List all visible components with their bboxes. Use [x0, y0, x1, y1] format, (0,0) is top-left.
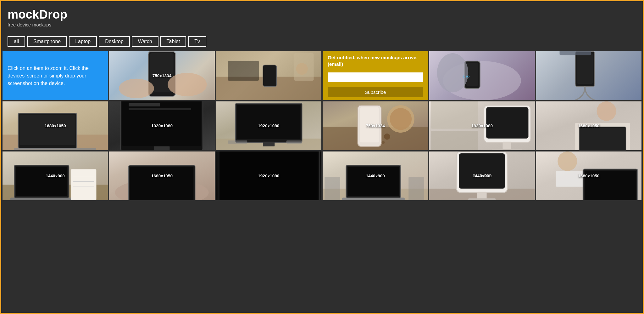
list-item[interactable]: 1920x1080 — [109, 101, 214, 150]
subscribe-button[interactable]: Subscribe — [328, 87, 423, 97]
list-item[interactable]: 1680x1050 — [109, 151, 214, 200]
header: mockDrop free device mockups — [1, 1, 643, 31]
filter-bar: all Smartphone Laptop Desktop Watch Tabl… — [1, 31, 643, 51]
svg-rect-53 — [16, 167, 67, 196]
email-input[interactable] — [328, 72, 423, 82]
svg-rect-20 — [14, 148, 96, 150]
svg-rect-44 — [503, 142, 511, 150]
svg-point-7 — [296, 63, 308, 75]
list-item[interactable]: 1680x1050 — [536, 101, 641, 150]
svg-rect-69 — [347, 167, 399, 196]
resolution-label: 750x1334 — [366, 123, 385, 128]
list-item[interactable] — [536, 51, 641, 100]
grid-row-2: 1680x1050 1920x1080 — [3, 101, 641, 150]
subscribe-box: Get notified, when new mockups arrive. (… — [323, 51, 428, 100]
svg-point-2 — [168, 73, 207, 96]
info-box: Click on an item to zoom it. Click the d… — [3, 51, 108, 100]
resolution-label: 1680x1050 — [578, 123, 599, 128]
filter-smartphone[interactable]: Smartphone — [27, 36, 67, 47]
svg-point-35 — [390, 108, 412, 130]
svg-point-46 — [597, 101, 616, 121]
filter-watch[interactable]: Watch — [132, 36, 158, 47]
resolution-label: 1680x1050 — [45, 123, 66, 128]
svg-rect-25 — [129, 103, 160, 106]
list-item[interactable]: 1920x1080 — [216, 101, 321, 150]
svg-rect-16 — [559, 51, 591, 55]
resolution-label: 1920x1080 — [258, 174, 279, 178]
site-title: mockDrop — [8, 8, 636, 21]
svg-rect-45 — [492, 149, 522, 150]
svg-rect-55 — [71, 169, 96, 200]
info-text: Click on an item to zoom it. Click the d… — [8, 65, 103, 87]
resolution-label: 1440x900 — [46, 174, 64, 178]
grid-row-1: Click on an item to zoom it. Click the d… — [3, 51, 641, 100]
filter-laptop[interactable]: Laptop — [69, 36, 97, 47]
resolution-label: 1920x1080 — [151, 123, 173, 128]
subscribe-heading: Get notified, when new mockups arrive. (… — [328, 54, 423, 68]
svg-rect-29 — [237, 105, 300, 139]
list-item[interactable]: 750x1334 — [323, 101, 428, 150]
svg-rect-75 — [459, 153, 505, 189]
svg-point-38 — [384, 134, 390, 140]
svg-rect-49 — [580, 128, 625, 150]
resolution-label: 1680x1050 — [151, 174, 173, 178]
svg-rect-43 — [486, 107, 529, 139]
svg-rect-71 — [325, 177, 340, 200]
svg-rect-5 — [263, 65, 276, 86]
svg-rect-30 — [263, 142, 275, 146]
svg-text:D3O: D3O — [463, 75, 470, 78]
svg-point-3 — [119, 79, 154, 98]
list-item[interactable]: 1440x900 — [323, 151, 428, 200]
svg-rect-72 — [408, 177, 424, 200]
svg-rect-19 — [20, 115, 75, 145]
svg-rect-26 — [129, 108, 191, 110]
resolution-label: 750x1334 — [153, 73, 171, 78]
list-item[interactable]: 1680x1050 — [3, 101, 108, 150]
svg-rect-23 — [154, 146, 170, 150]
svg-rect-54 — [10, 197, 73, 200]
filter-desktop[interactable]: Desktop — [99, 36, 130, 47]
svg-point-12 — [437, 53, 468, 92]
grid-row-3: 1440x900 1680x1050 — [3, 151, 641, 200]
svg-rect-61 — [130, 167, 193, 200]
site-subtitle: free device mockups — [8, 22, 636, 27]
list-item[interactable]: 750x1334 — [109, 51, 214, 100]
list-item[interactable] — [216, 51, 321, 100]
svg-rect-32 — [228, 140, 247, 144]
resolution-label: 1920x1080 — [471, 123, 493, 128]
resolution-label: 1440x900 — [473, 174, 491, 178]
resolution-label: 1680x1050 — [578, 174, 599, 178]
svg-rect-77 — [469, 198, 496, 200]
svg-rect-15 — [577, 53, 593, 84]
svg-rect-8 — [228, 61, 259, 81]
svg-point-79 — [558, 151, 577, 171]
filter-all[interactable]: all — [8, 36, 25, 47]
svg-rect-31 — [286, 140, 302, 144]
list-item[interactable]: 1440x900 — [3, 151, 108, 200]
list-item[interactable]: 1440x900 1440x900 — [429, 151, 535, 200]
svg-rect-41 — [431, 131, 478, 150]
list-item[interactable]: 1920x1080 — [429, 101, 535, 150]
mockup-grid: Click on an item to zoom it. Click the d… — [1, 51, 643, 203]
svg-rect-76 — [477, 192, 487, 199]
filter-tablet[interactable]: Tablet — [160, 36, 186, 47]
svg-rect-70 — [342, 197, 405, 200]
list-item[interactable]: 1920x1080 — [216, 151, 321, 200]
list-item[interactable]: 1680x1050 — [536, 151, 641, 200]
resolution-label: 1440x900 — [366, 174, 385, 178]
list-item[interactable]: D3O — [429, 51, 535, 100]
svg-point-39 — [382, 141, 385, 144]
resolution-label: 1920x1080 — [258, 123, 279, 128]
filter-tv[interactable]: Tv — [188, 36, 206, 47]
